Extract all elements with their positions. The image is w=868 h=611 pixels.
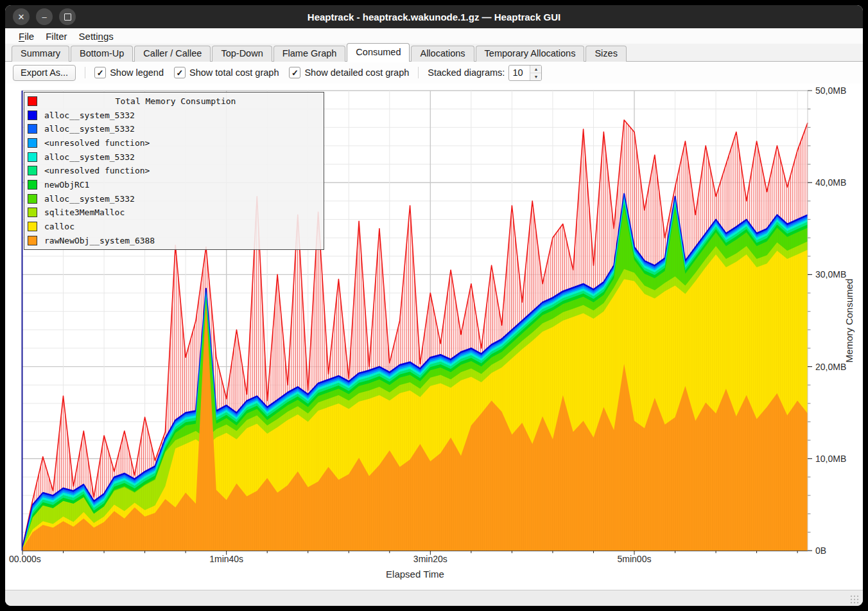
tab-bottom-up[interactable]: Bottom-Up (71, 46, 133, 62)
legend-label: <unresolved function> (44, 138, 150, 148)
checkbox-show-legend[interactable]: ✓Show legend (94, 67, 164, 78)
y-tick-label: 30,0MB (815, 269, 846, 279)
legend-item-alloc-system-5332: alloc__system_5332 (24, 192, 324, 205)
heaptrack-window: ✕ – Heaptrack - heaptrack.wakunode.1.gz … (5, 5, 863, 606)
legend-swatch-icon (28, 111, 37, 120)
tab-top-down[interactable]: Top-Down (212, 46, 272, 62)
tab-bar: SummaryBottom-UpCaller / CalleeTop-DownF… (5, 44, 863, 62)
spinbox-arrows: ▲ ▼ (530, 66, 541, 80)
toolbar-separator (85, 67, 85, 78)
y-tick-label: 20,0MB (815, 362, 846, 372)
y-tick-label: 10,0MB (815, 454, 846, 464)
toolbar: Export As... ✓Show legend✓Show total cos… (5, 62, 863, 84)
legend-label: alloc__system_5332 (44, 124, 135, 134)
tab-temporary-allocations[interactable]: Temporary Allocations (476, 46, 585, 62)
y-tick-label: 40,0MB (815, 177, 846, 188)
legend-swatch-icon (28, 236, 37, 245)
chart-area: 00.000s1min40s3min20s5min00s0B10,0MB20,0… (5, 84, 863, 590)
y-axis-title: Memory Consumed (844, 279, 855, 363)
chart-legend: Total Memory Consumptionalloc__system_53… (24, 92, 324, 250)
legend-label: newObjRC1 (44, 180, 89, 190)
tab-caller-callee[interactable]: Caller / Callee (134, 46, 211, 62)
menu-item-settings[interactable]: Settings (73, 30, 119, 42)
legend-label: alloc__system_5332 (44, 194, 135, 204)
legend-item-alloc-system-5332: alloc__system_5332 (24, 109, 324, 121)
tab-allocations[interactable]: Allocations (411, 46, 474, 62)
stacked-diagrams-spinbox[interactable]: 10 ▲ ▼ (508, 65, 542, 81)
checkbox-label: Show legend (110, 67, 164, 78)
close-button[interactable]: ✕ (13, 8, 30, 25)
tab-flame-graph[interactable]: Flame Graph (273, 46, 346, 62)
legend-swatch-icon (28, 166, 37, 175)
checkbox-label: Show total cost graph (189, 67, 279, 78)
window-controls: ✕ – (13, 8, 76, 25)
checkmark-icon: ✓ (94, 67, 106, 78)
spin-down-icon[interactable]: ▼ (530, 73, 541, 80)
legend-item-alloc-system-5332: alloc__system_5332 (24, 150, 324, 163)
legend-swatch-icon (28, 124, 37, 134)
legend-label: sqlite3MemMalloc (44, 208, 125, 217)
legend-label: alloc__system_5332 (44, 152, 135, 162)
x-tick-label: 1min40s (209, 554, 243, 564)
stacked-diagrams-value: 10 (509, 66, 530, 80)
legend-swatch-icon (28, 96, 37, 106)
legend-swatch-icon (28, 222, 37, 231)
maximize-icon (64, 13, 71, 21)
legend-label: alloc__system_5332 (44, 111, 135, 120)
toolbar-separator (418, 67, 419, 78)
x-tick-label: 3min20s (413, 554, 447, 564)
legend-label: rawNewObj__system_6388 (44, 236, 155, 245)
maximize-button[interactable] (59, 8, 76, 25)
checkmark-icon: ✓ (174, 67, 186, 78)
resize-grip-icon[interactable] (850, 595, 859, 604)
window-title: Heaptrack - heaptrack.wakunode.1.gz — He… (5, 12, 863, 22)
checkbox-group: ✓Show legend✓Show total cost graph✓Show … (94, 67, 409, 78)
export-as-button[interactable]: Export As... (13, 65, 76, 81)
legend-item-sqlite3memmalloc: sqlite3MemMalloc (24, 206, 324, 219)
legend-swatch-icon (28, 180, 37, 190)
legend-item-unresolved-function: <unresolved function> (24, 164, 324, 177)
checkmark-icon: ✓ (289, 67, 300, 78)
legend-label: calloc (44, 222, 74, 231)
window-frame: ✕ – Heaptrack - heaptrack.wakunode.1.gz … (0, 0, 868, 611)
legend-label: <unresolved function> (44, 166, 150, 175)
spin-up-icon[interactable]: ▲ (530, 66, 541, 73)
minimize-button[interactable]: – (36, 8, 53, 25)
legend-item-alloc-system-5332: alloc__system_5332 (24, 123, 324, 136)
checkbox-show-detailed-cost-graph[interactable]: ✓Show detailed cost graph (289, 67, 409, 78)
tab-consumed[interactable]: Consumed (347, 43, 410, 62)
legend-swatch-icon (28, 152, 37, 162)
status-bar (5, 590, 863, 606)
menu-bar: FileFilterSettings (5, 28, 863, 44)
checkbox-show-total-cost-graph[interactable]: ✓Show total cost graph (174, 67, 279, 78)
minimize-icon: – (42, 13, 46, 21)
legend-swatch-icon (28, 208, 37, 217)
legend-item-newobjrc1: newObjRC1 (24, 179, 324, 191)
menu-item-file[interactable]: File (13, 30, 40, 42)
legend-item-rawnewobj-system-6388: rawNewObj__system_6388 (24, 234, 324, 247)
menu-item-filter[interactable]: Filter (40, 30, 73, 42)
x-tick-label: 5min00s (618, 554, 652, 564)
y-tick-label: 50,0MB (815, 85, 846, 96)
y-tick-label: 0B (815, 545, 826, 556)
titlebar[interactable]: ✕ – Heaptrack - heaptrack.wakunode.1.gz … (5, 5, 863, 28)
x-axis-title: Elapsed Time (386, 569, 444, 580)
tab-sizes[interactable]: Sizes (586, 46, 626, 62)
tab-summary[interactable]: Summary (12, 46, 69, 62)
legend-swatch-icon (28, 138, 37, 148)
legend-title: Total Memory Consumption (44, 96, 307, 106)
close-icon: ✕ (18, 13, 25, 21)
checkbox-label: Show detailed cost graph (304, 67, 409, 78)
stacked-diagrams-label: Stacked diagrams: (428, 67, 505, 78)
x-tick-label: 00.000s (9, 554, 41, 564)
legend-swatch-icon (28, 194, 37, 204)
legend-item-unresolved-function: <unresolved function> (24, 137, 324, 150)
legend-item-calloc: calloc (24, 220, 324, 233)
legend-item-total-memory-consumption: Total Memory Consumption (24, 95, 324, 108)
